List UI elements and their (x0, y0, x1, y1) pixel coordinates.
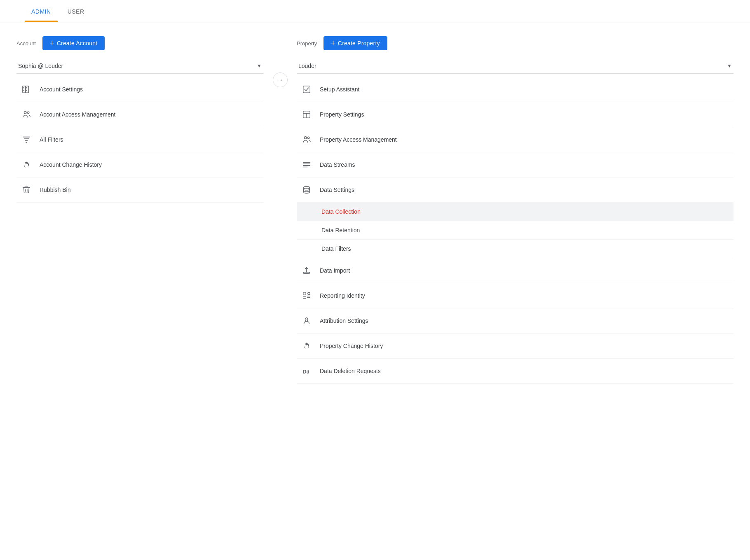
upload-icon (302, 266, 312, 275)
nav-item-data-deletion[interactable]: Dd Data Deletion Requests (297, 359, 734, 384)
create-property-button[interactable]: + Create Property (323, 36, 387, 50)
data-streams-label: Data Streams (320, 161, 355, 168)
svg-rect-24 (303, 292, 306, 295)
svg-rect-12 (303, 86, 310, 93)
building-icon (21, 84, 31, 94)
people-icon-left (21, 110, 31, 119)
svg-rect-2 (23, 87, 24, 88)
svg-text:Dd: Dd (303, 369, 309, 375)
nav-item-data-streams[interactable]: Data Streams (297, 152, 734, 177)
reporting-identity-label: Reporting Identity (320, 292, 365, 299)
data-collection-label: Data Collection (321, 208, 361, 215)
data-import-label: Data Import (320, 267, 350, 274)
sub-item-data-retention[interactable]: Data Retention (297, 221, 734, 240)
left-panel-header: Account + Create Account (16, 36, 263, 50)
nav-item-account-settings[interactable]: Account Settings (16, 77, 263, 102)
property-dropdown-value: Louder (298, 63, 316, 69)
data-deletion-label: Data Deletion Requests (320, 368, 381, 374)
tab-user[interactable]: USER (61, 2, 91, 21)
all-filters-label: All Filters (40, 136, 63, 143)
data-settings-label: Data Settings (320, 187, 354, 193)
dd-icon: Dd (302, 366, 312, 376)
svg-point-8 (24, 112, 27, 114)
property-access-label: Property Access Management (320, 136, 397, 143)
nav-item-rubbish-bin[interactable]: Rubbish Bin (16, 177, 263, 203)
property-history-label: Property Change History (320, 343, 383, 349)
account-dropdown[interactable]: Sophia @ Louder ▼ (16, 58, 263, 74)
svg-rect-0 (23, 86, 26, 93)
setup-assistant-label: Setup Assistant (320, 86, 360, 93)
data-retention-label: Data Retention (321, 227, 360, 233)
svg-point-17 (307, 137, 309, 139)
attribution-icon (302, 316, 312, 326)
divider-arrow-button[interactable]: → (273, 72, 288, 87)
svg-point-16 (305, 137, 307, 139)
svg-point-25 (308, 292, 310, 295)
svg-point-9 (27, 112, 29, 114)
history-icon-right (302, 341, 312, 351)
nav-item-all-filters[interactable]: All Filters (16, 127, 263, 152)
sub-item-data-filters[interactable]: Data Filters (297, 240, 734, 258)
svg-rect-5 (26, 87, 27, 88)
create-account-label: Create Account (57, 40, 98, 47)
streams-icon (302, 160, 312, 170)
svg-rect-3 (23, 89, 24, 89)
svg-rect-4 (23, 90, 24, 91)
account-history-label: Account Change History (40, 161, 102, 168)
nav-item-data-import[interactable]: Data Import (297, 258, 734, 283)
property-dropdown-arrow: ▼ (727, 63, 732, 69)
account-settings-label: Account Settings (40, 86, 83, 93)
plus-icon-right: + (331, 40, 335, 47)
nav-item-data-settings[interactable]: Data Settings (297, 177, 734, 203)
svg-rect-1 (26, 86, 28, 93)
property-label: Property (297, 40, 317, 47)
account-dropdown-value: Sophia @ Louder (18, 63, 63, 69)
nav-item-account-history[interactable]: Account Change History (16, 152, 263, 177)
attribution-settings-label: Attribution Settings (320, 317, 368, 324)
account-label: Account (16, 40, 36, 47)
left-panel: Account + Create Account Sophia @ Louder… (0, 23, 280, 560)
account-access-label: Account Access Management (40, 111, 115, 118)
history-icon-left (21, 160, 31, 170)
right-panel: → Property + Create Property Louder ▼ Se… (280, 23, 750, 560)
rubbish-bin-label: Rubbish Bin (40, 187, 71, 193)
people-icon-right (302, 135, 312, 145)
nav-item-reporting-identity[interactable]: Reporting Identity (297, 283, 734, 308)
reporting-icon (302, 291, 312, 301)
nav-item-property-access[interactable]: Property Access Management (297, 127, 734, 152)
svg-point-22 (304, 187, 310, 189)
create-property-label: Create Property (338, 40, 380, 47)
nav-item-attribution-settings[interactable]: Attribution Settings (297, 308, 734, 334)
main-content: Account + Create Account Sophia @ Louder… (0, 23, 750, 560)
svg-rect-6 (26, 89, 27, 89)
right-panel-header: Property + Create Property (297, 36, 734, 50)
nav-item-property-history[interactable]: Property Change History (297, 334, 734, 359)
nav-item-property-settings[interactable]: Property Settings (297, 102, 734, 127)
plus-icon: + (50, 40, 54, 47)
checkbox-icon (302, 84, 312, 94)
create-account-button[interactable]: + Create Account (42, 36, 105, 50)
data-filters-label: Data Filters (321, 245, 351, 252)
database-icon (302, 185, 312, 195)
nav-item-setup-assistant[interactable]: Setup Assistant (297, 77, 734, 102)
filter-icon (21, 135, 31, 145)
property-dropdown[interactable]: Louder ▼ (297, 58, 734, 74)
svg-rect-7 (26, 90, 27, 91)
layout-icon (302, 110, 312, 119)
top-tab-bar: ADMIN USER (0, 0, 750, 23)
nav-item-account-access[interactable]: Account Access Management (16, 102, 263, 127)
sub-item-data-collection[interactable]: Data Collection (297, 203, 734, 221)
property-settings-label: Property Settings (320, 111, 364, 118)
account-dropdown-arrow: ▼ (257, 63, 262, 69)
tab-admin[interactable]: ADMIN (25, 2, 58, 21)
trash-icon (21, 185, 31, 195)
